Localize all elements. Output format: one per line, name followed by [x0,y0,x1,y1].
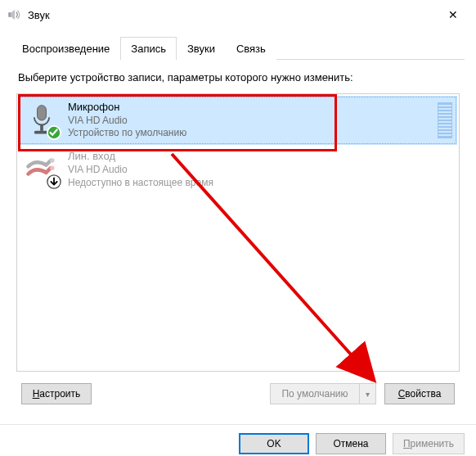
down-arrow-badge-icon [47,174,61,189]
set-default-split-button: По умолчанию ▾ [270,383,376,404]
button-label: OK [267,438,281,449]
line-in-icon [24,151,60,187]
tab-recording[interactable]: Запись [120,37,177,60]
button-mnemonic: С [398,388,406,400]
apply-button[interactable]: Применить [393,433,465,454]
device-status: Недоступно в настоящее время [68,177,452,190]
button-rest: войства [405,388,441,400]
title-bar: Звук ✕ [0,0,476,29]
tab-label: Звуки [187,43,215,55]
close-button[interactable]: ✕ [437,2,469,27]
close-icon: ✕ [448,8,458,21]
tab-communications[interactable]: Связь [226,37,276,60]
device-text: Лин. вход VIA HD Audio Недоступно в наст… [68,150,452,189]
device-text: Микрофон VIA HD Audio Устройство по умол… [68,101,429,140]
button-label: По умолчанию [281,388,348,400]
ok-button[interactable]: OK [239,433,309,454]
svg-marker-1 [11,10,16,20]
window-title: Звук [28,9,437,21]
microphone-icon [24,102,60,138]
svg-rect-0 [8,12,11,17]
device-item-line-in[interactable]: Лин. вход VIA HD Audio Недоступно в наст… [19,145,457,194]
svg-point-7 [50,158,54,163]
set-default-dropdown[interactable]: ▾ [360,383,376,404]
tab-strip: Воспроизведение Запись Звуки Связь [11,36,465,59]
tab-label: Запись [131,43,166,55]
cancel-button[interactable]: Отмена [316,433,386,454]
tab-label: Связь [236,43,266,55]
device-driver: VIA HD Audio [68,164,452,177]
device-name: Микрофон [68,101,429,115]
chevron-down-icon: ▾ [366,390,370,399]
dialog-footer: OK Отмена Применить [0,424,476,456]
svg-point-8 [50,166,54,171]
configure-button[interactable]: Настроить [21,383,92,404]
button-label: Отмена [333,438,368,449]
device-item-microphone[interactable]: Микрофон VIA HD Audio Устройство по умол… [19,96,457,145]
level-meter [438,102,452,138]
panel-footer: Настроить По умолчанию ▾ Свойства [16,372,460,416]
properties-button[interactable]: Свойства [384,383,455,404]
device-driver: VIA HD Audio [68,115,429,128]
instruction-text: Выберите устройство записи, параметры ко… [18,71,458,84]
device-list[interactable]: Микрофон VIA HD Audio Устройство по умол… [16,93,460,372]
tab-sounds[interactable]: Звуки [177,37,226,60]
device-name: Лин. вход [68,150,452,164]
sound-icon [7,7,21,22]
button-rest: астроить [39,388,80,400]
button-rest: рименить [411,438,454,449]
tab-label: Воспроизведение [22,43,110,55]
set-default-button[interactable]: По умолчанию [270,383,360,404]
tab-playback[interactable]: Воспроизведение [11,37,120,60]
svg-rect-2 [38,106,47,120]
button-mnemonic: П [403,438,411,449]
device-status: Устройство по умолчанию [68,127,429,140]
checkmark-badge-icon [47,125,61,140]
svg-rect-4 [40,125,43,131]
